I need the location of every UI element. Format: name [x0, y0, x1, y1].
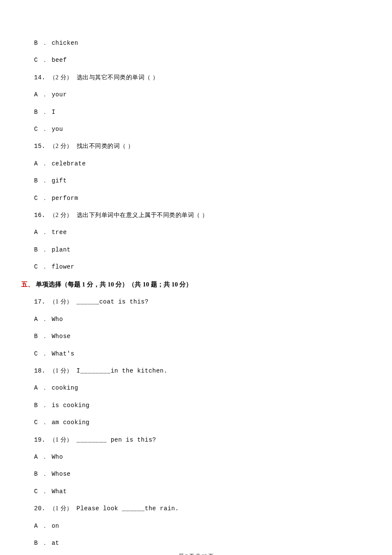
option-row: A ． cooking — [34, 383, 358, 393]
question-score: （1 分） — [49, 505, 73, 512]
question-number: 14. — [34, 74, 46, 81]
option-label: B ． — [34, 540, 48, 546]
option-row: C ． am cooking — [34, 418, 358, 427]
option-label: B ． — [34, 177, 48, 184]
question-score: （1 分） — [49, 298, 73, 305]
option-value: Who — [52, 454, 63, 460]
option-label: C ． — [34, 350, 48, 357]
option-value: What — [52, 488, 67, 495]
option-label: A ． — [34, 91, 48, 98]
page-footer: 第 3 页 共 10 页 — [0, 552, 392, 555]
question-text: ______coat is this? — [77, 298, 149, 305]
option-value: is cooking — [52, 402, 89, 409]
option-row: C ． you — [34, 124, 358, 134]
option-row: A ． tree — [34, 228, 358, 237]
option-value: your — [52, 91, 67, 98]
option-label: C ． — [34, 263, 48, 270]
option-row: C ． flower — [34, 262, 358, 272]
option-value: gift — [52, 177, 67, 184]
section-5-header: 五、 单项选择（每题 1 分，共 10 分）（共 10 题；共 10 分） — [21, 279, 358, 289]
option-row: B ． I — [34, 107, 358, 117]
question-19: 19. （1 分） ________ pen is this? — [34, 435, 358, 445]
section-title: 单项选择（每题 1 分，共 10 分）（共 10 题；共 10 分） — [34, 281, 192, 288]
option-row: A ． your — [34, 90, 358, 99]
question-text: 找出不同类的词（ ） — [77, 143, 134, 149]
question-text: I________in the kitchen. — [77, 367, 168, 374]
question-score: （2 分） — [49, 143, 73, 149]
question-15: 15. （2 分） 找出不同类的词（ ） — [34, 142, 358, 151]
option-label: B ． — [34, 109, 48, 116]
option-value: chicken — [52, 40, 78, 46]
option-value: perform — [52, 195, 78, 202]
option-label: B ． — [34, 40, 48, 46]
option-row: B ． chicken — [34, 38, 358, 48]
option-value: you — [52, 126, 63, 133]
option-label: C ． — [34, 419, 48, 426]
option-value: beef — [52, 57, 67, 64]
option-label: A ． — [34, 160, 48, 167]
option-value: Who — [52, 316, 63, 323]
question-17: 17. （1 分） ______coat is this? — [34, 297, 358, 306]
question-text: ________ pen is this? — [77, 436, 156, 443]
question-number: 15. — [34, 143, 46, 150]
question-score: （2 分） — [49, 74, 73, 81]
option-value: I — [52, 109, 55, 116]
option-label: A ． — [34, 384, 48, 391]
question-number: 20. — [34, 505, 46, 512]
option-label: A ． — [34, 316, 48, 323]
option-value: Whose — [52, 333, 71, 340]
option-row: A ． on — [34, 521, 358, 531]
question-20: 20. （1 分） Please look ______the rain. — [34, 504, 358, 513]
option-label: B ． — [34, 402, 48, 409]
option-row: B ． gift — [34, 176, 358, 185]
question-18: 18. （1 分） I________in the kitchen. — [34, 366, 358, 376]
option-label: A ． — [34, 454, 48, 460]
option-label: C ． — [34, 57, 48, 64]
option-value: cooking — [52, 384, 78, 391]
option-row: C ． What's — [34, 349, 358, 358]
option-row: C ． beef — [34, 55, 358, 65]
question-text: Please look ______the rain. — [77, 505, 179, 512]
option-label: C ． — [34, 488, 48, 495]
page-number: 第 3 页 共 10 页 — [179, 553, 213, 555]
question-text: 选出下列单词中在意义上属于不同类的单词（ ） — [77, 212, 208, 218]
option-label: B ． — [34, 246, 48, 253]
question-number: 16. — [34, 212, 46, 219]
option-label: B ． — [34, 333, 48, 340]
option-value: Whose — [52, 471, 71, 477]
option-row: B ． Whose — [34, 469, 358, 479]
question-number: 18. — [34, 367, 46, 374]
question-14: 14. （2 分） 选出与其它不同类的单词（ ） — [34, 73, 358, 82]
option-value: What's — [52, 350, 74, 357]
option-value: am cooking — [52, 419, 89, 426]
option-row: C ． What — [34, 487, 358, 496]
question-number: 19. — [34, 436, 46, 443]
option-label: C ． — [34, 126, 48, 133]
question-score: （1 分） — [49, 436, 73, 443]
option-row: B ． plant — [34, 245, 358, 254]
page-content: B ． chicken C ． beef 14. （2 分） 选出与其它不同类的… — [0, 0, 392, 555]
option-value: at — [52, 540, 59, 546]
option-value: flower — [52, 263, 74, 270]
option-row: B ． is cooking — [34, 401, 358, 410]
option-row: A ． celebrate — [34, 159, 358, 168]
option-row: A ． Who — [34, 315, 358, 324]
option-row: A ． Who — [34, 452, 358, 462]
option-row: B ． Whose — [34, 332, 358, 341]
section-number: 五、 — [21, 281, 34, 288]
question-text: 选出与其它不同类的单词（ ） — [77, 74, 159, 81]
option-label: A ． — [34, 523, 48, 529]
question-number: 17. — [34, 298, 46, 305]
option-label: A ． — [34, 229, 48, 236]
option-value: on — [52, 523, 59, 529]
option-value: celebrate — [52, 160, 86, 167]
option-value: tree — [52, 229, 67, 236]
option-label: C ． — [34, 195, 48, 202]
option-label: B ． — [34, 471, 48, 477]
question-score: （2 分） — [49, 212, 73, 218]
option-row: B ． at — [34, 538, 358, 548]
question-score: （1 分） — [49, 367, 73, 374]
option-row: C ． perform — [34, 194, 358, 203]
option-value: plant — [52, 246, 71, 253]
question-16: 16. （2 分） 选出下列单词中在意义上属于不同类的单词（ ） — [34, 211, 358, 220]
